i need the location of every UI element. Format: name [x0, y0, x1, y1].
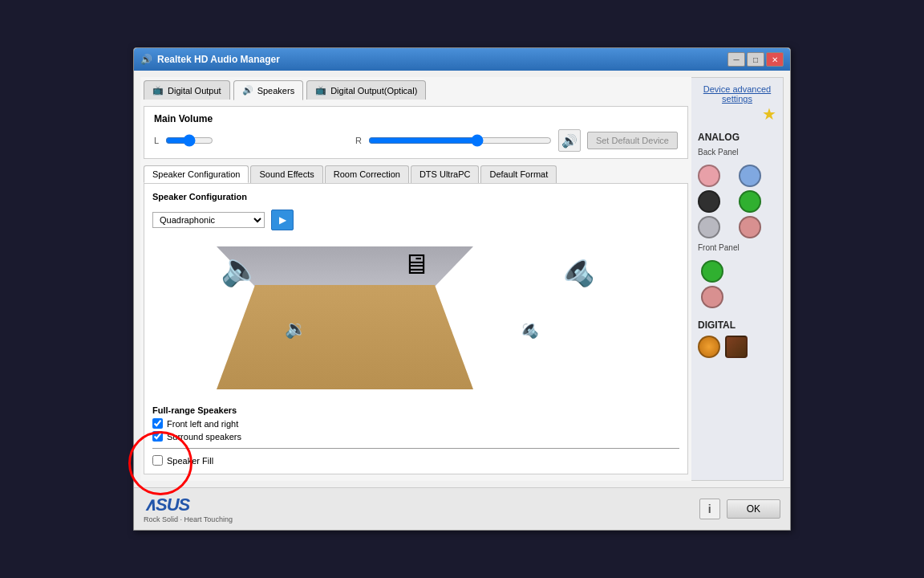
balance-slider-container: [165, 134, 349, 147]
jack-green-1[interactable]: [739, 190, 761, 213]
surround-speakers-label: Surround speakers: [167, 432, 241, 442]
tab-speakers[interactable]: 🔊 Speakers: [233, 80, 303, 100]
left-label: L: [154, 136, 159, 145]
tab-default-format[interactable]: Default Format: [480, 165, 557, 183]
speaker-fill-label: Speaker Fill: [167, 456, 213, 466]
digital-jack-orange[interactable]: [698, 336, 720, 358]
front-jack-pink[interactable]: [701, 286, 723, 308]
star-icon: ★: [698, 104, 776, 124]
front-left-right-checkbox[interactable]: [152, 418, 163, 429]
speaker-config-dropdown[interactable]: Quadraphonic Stereo 5.1 Speaker 7.1 Spea…: [152, 212, 265, 228]
main-panel: 📺 Digital Output 🔊 Speakers 📺 Digital Ou…: [140, 77, 691, 481]
fullrange-title: Full-range Speakers: [152, 405, 679, 415]
app-icon: 🔊: [140, 54, 152, 65]
bottom-right: i OK: [699, 499, 780, 519]
rear-right-speaker[interactable]: 🔉: [517, 319, 539, 340]
digital-output-label: Digital Output: [168, 86, 221, 96]
speaker-fill-row: Speaker Fill: [152, 455, 679, 466]
ok-button[interactable]: OK: [727, 499, 780, 519]
tab-dts-ultrapc[interactable]: DTS UltraPC: [411, 165, 480, 183]
title-controls: ─ □ ✕: [727, 52, 784, 67]
info-button[interactable]: i: [699, 499, 720, 519]
asus-text: ∧SUS: [144, 495, 233, 515]
volume-title: Main Volume: [154, 113, 678, 124]
front-right-speaker[interactable]: 🔈: [555, 250, 595, 288]
tab-sound-effects[interactable]: Sound Effects: [250, 165, 322, 183]
jack-silver-1[interactable]: [698, 216, 720, 238]
back-panel-jacks: [698, 165, 776, 238]
jack-pink2-1[interactable]: [739, 216, 761, 238]
right-panel: Device advanced settings ★ ANALOG Back P…: [691, 77, 784, 481]
volume-row: L R 🔊 Set Default Device: [154, 129, 678, 152]
digital-optical-label: Digital Output(Optical): [330, 86, 417, 96]
front-left-right-row: Front left and right: [152, 418, 679, 429]
speaker-visualization: 🔈 🔈 🖥 🔉 🔉: [152, 238, 679, 399]
stage-floor: [217, 285, 473, 389]
main-volume-slider[interactable]: [368, 134, 552, 147]
right-label: R: [355, 136, 362, 145]
mute-button[interactable]: 🔊: [558, 129, 581, 152]
device-tabs: 📺 Digital Output 🔊 Speakers 📺 Digital Ou…: [140, 77, 691, 100]
rear-left-speaker[interactable]: 🔉: [285, 319, 306, 340]
front-left-right-label: Front left and right: [167, 419, 238, 429]
digital-jack-dark[interactable]: [725, 336, 748, 358]
sub-tabs: Speaker Configuration Sound Effects Room…: [144, 165, 688, 184]
digital-title: DIGITAL: [698, 320, 776, 331]
speakers-label: Speakers: [257, 86, 294, 96]
asus-logo: ∧SUS Rock Solid · Heart Touching: [144, 495, 233, 523]
content-area: 📺 Digital Output 🔊 Speakers 📺 Digital Ou…: [134, 71, 790, 487]
config-label: Speaker Configuration: [152, 192, 247, 201]
back-panel-label: Back Panel: [698, 148, 776, 157]
surround-row: Surround speakers: [152, 431, 679, 442]
window-title: Realtek HD Audio Manager: [157, 54, 280, 65]
divider: [152, 448, 679, 449]
config-select-row: Quadraphonic Stereo 5.1 Speaker 7.1 Spea…: [152, 210, 679, 230]
tab-digital-output-optical[interactable]: 📺 Digital Output(Optical): [306, 80, 426, 100]
speaker-config-panel: Speaker Configuration Quadraphonic Stere…: [144, 184, 688, 474]
minimize-button[interactable]: ─: [727, 52, 745, 67]
config-row: Speaker Configuration: [152, 192, 679, 201]
asus-tagline: Rock Solid · Heart Touching: [144, 515, 233, 523]
digital-output-icon: 📺: [152, 85, 164, 96]
tab-digital-output[interactable]: 📺 Digital Output: [144, 80, 230, 100]
device-advanced-link[interactable]: Device advanced settings: [698, 84, 776, 104]
balance-slider[interactable]: [165, 134, 213, 147]
tab-speaker-configuration[interactable]: Speaker Configuration: [144, 165, 249, 183]
volume-section: Main Volume L R 🔊 Set Default Device: [144, 106, 688, 159]
front-left-speaker[interactable]: 🔈: [221, 250, 261, 288]
monitor-display: 🖥: [402, 248, 430, 280]
close-button[interactable]: ✕: [766, 52, 784, 67]
volume-slider-container: [368, 134, 552, 147]
surround-speakers-checkbox[interactable]: [152, 431, 163, 442]
title-bar: 🔊 Realtek HD Audio Manager ─ □ ✕: [134, 48, 790, 71]
speaker-fill-checkbox[interactable]: [152, 455, 163, 466]
fullrange-section: Full-range Speakers Front left and right…: [152, 405, 679, 442]
front-jack-green[interactable]: [701, 260, 723, 283]
front-panel-jacks: [701, 260, 776, 308]
main-window: 🔊 Realtek HD Audio Manager ─ □ ✕ 📺 Digit…: [133, 47, 791, 531]
title-bar-left: 🔊 Realtek HD Audio Manager: [140, 54, 280, 65]
jack-pink-1[interactable]: [698, 165, 720, 187]
analog-title: ANALOG: [698, 132, 776, 143]
digital-optical-icon: 📺: [315, 85, 326, 96]
bottom-bar: ∧SUS Rock Solid · Heart Touching i OK: [134, 487, 790, 530]
tab-room-correction[interactable]: Room Correction: [325, 165, 409, 183]
maximize-button[interactable]: □: [747, 52, 764, 67]
front-panel-label: Front Panel: [698, 243, 776, 252]
play-test-button[interactable]: ▶: [271, 210, 294, 230]
digital-jacks: [698, 336, 776, 358]
set-default-button[interactable]: Set Default Device: [587, 132, 678, 149]
speakers-icon: 🔊: [242, 85, 253, 96]
jack-black-1[interactable]: [698, 190, 720, 213]
jack-blue-1[interactable]: [739, 165, 761, 187]
